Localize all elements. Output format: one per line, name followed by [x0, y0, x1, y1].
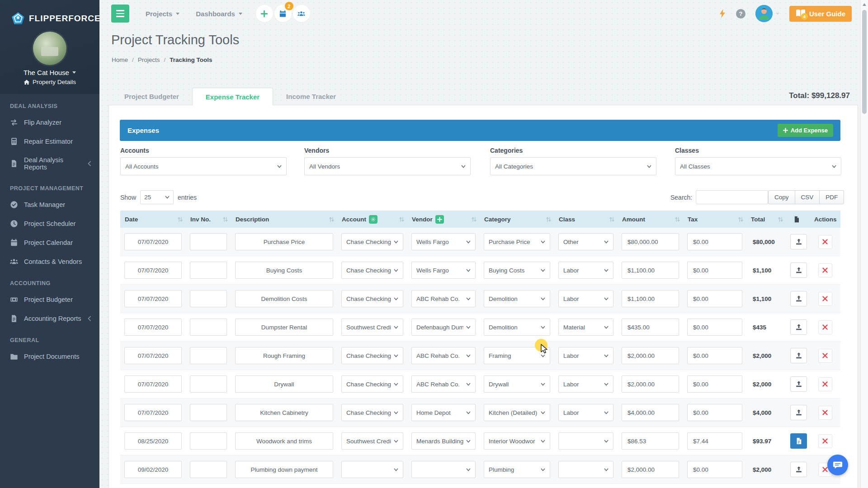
inv-no-input[interactable] — [190, 233, 227, 250]
column-header-tax[interactable]: Tax — [683, 216, 746, 223]
class-select[interactable] — [558, 461, 613, 478]
account-select[interactable]: Chase Checking A — [341, 290, 403, 307]
category-select[interactable]: Demolition — [484, 290, 550, 307]
search-input[interactable] — [696, 190, 768, 204]
category-select[interactable]: Kitchen (Detailed) — [484, 404, 550, 421]
description-input[interactable] — [235, 233, 333, 250]
add-project-button[interactable] — [256, 5, 273, 22]
tax-input[interactable] — [687, 347, 742, 364]
vendor-select[interactable]: ABC Rehab Co. — [411, 375, 476, 393]
csv-export-button[interactable]: CSV — [795, 190, 820, 204]
date-input[interactable] — [124, 347, 182, 364]
upload-receipt-button[interactable] — [790, 376, 807, 392]
sidebar-item-contacts-vendors[interactable]: Contacts & Vendors — [0, 252, 99, 271]
delete-row-button[interactable] — [818, 320, 832, 334]
column-header-date[interactable]: Date — [120, 216, 186, 223]
user-menu-caret[interactable] — [776, 13, 779, 15]
category-select[interactable]: Buying Costs — [484, 262, 550, 279]
date-input[interactable] — [124, 233, 182, 250]
brand-logo[interactable]: FLIPPERFORCE — [0, 12, 99, 25]
vendor-select[interactable]: Wells Fargo — [411, 233, 476, 250]
project-avatar[interactable] — [33, 32, 66, 65]
upload-receipt-button[interactable] — [790, 405, 807, 420]
scrollbar-thumb[interactable] — [862, 10, 867, 114]
sort-icon[interactable] — [329, 216, 335, 222]
description-input[interactable] — [235, 461, 333, 478]
date-input[interactable] — [124, 319, 182, 336]
lightning-icon[interactable] — [719, 9, 726, 18]
sort-icon[interactable] — [675, 216, 680, 222]
attachment-file-button[interactable] — [790, 433, 807, 449]
add-vendor-plus-icon[interactable] — [435, 215, 444, 224]
sidebar-toggle-button[interactable] — [111, 5, 129, 23]
sidebar-item-project-calendar[interactable]: Project Calendar — [0, 233, 99, 252]
property-details-link[interactable]: Property Details — [0, 79, 99, 85]
account-select[interactable]: Chase Checking A — [341, 404, 403, 421]
amount-input[interactable] — [622, 432, 679, 450]
delete-row-button[interactable] — [818, 292, 832, 306]
upload-receipt-button[interactable] — [790, 291, 807, 306]
description-input[interactable] — [235, 262, 333, 279]
upload-receipt-button[interactable] — [790, 234, 807, 249]
tab-project-budgeter[interactable]: Project Budgeter — [111, 88, 192, 105]
date-input[interactable] — [124, 375, 182, 393]
categories-filter-select[interactable]: All Categories — [490, 157, 656, 175]
amount-input[interactable] — [622, 404, 679, 421]
vendor-select[interactable]: Menards Building — [411, 432, 476, 450]
chat-widget-button[interactable] — [827, 455, 848, 475]
class-select[interactable]: Labor — [558, 404, 613, 421]
sidebar-item-flip-analyzer[interactable]: Flip Analyzer — [0, 113, 99, 132]
delete-row-button[interactable] — [818, 377, 832, 391]
sidebar-item-task-manager[interactable]: Task Manager — [0, 195, 99, 214]
amount-input[interactable] — [622, 290, 679, 307]
category-select[interactable]: Drywall — [484, 375, 550, 393]
delete-row-button[interactable] — [818, 434, 832, 448]
column-header-amount[interactable]: Amount — [618, 216, 683, 223]
category-select[interactable]: Purchase Price — [484, 233, 550, 250]
class-select[interactable] — [558, 432, 613, 450]
upload-receipt-button[interactable] — [790, 348, 807, 363]
column-header-category[interactable]: Category — [480, 216, 554, 223]
column-header-class[interactable]: Class — [554, 216, 618, 223]
sort-icon[interactable] — [177, 216, 183, 222]
class-select[interactable]: Labor — [558, 347, 613, 364]
class-select[interactable]: Material — [558, 319, 613, 336]
column-header-account[interactable]: Account — [337, 215, 407, 224]
account-select[interactable]: Chase Checking A — [341, 347, 403, 364]
description-input[interactable] — [235, 319, 333, 336]
copy-export-button[interactable]: Copy — [768, 190, 795, 204]
description-input[interactable] — [235, 375, 333, 393]
contacts-button[interactable] — [293, 5, 310, 22]
sidebar-item-project-documents[interactable]: Project Documents — [0, 347, 99, 366]
delete-row-button[interactable] — [818, 406, 832, 420]
account-select[interactable]: Chase Checking A — [341, 375, 403, 393]
project-selector[interactable]: The Cat House — [0, 69, 99, 76]
inv-no-input[interactable] — [190, 319, 227, 336]
sort-icon[interactable] — [222, 216, 228, 222]
tax-input[interactable] — [687, 233, 742, 250]
tax-input[interactable] — [687, 262, 742, 279]
sort-icon[interactable] — [399, 216, 405, 222]
page-size-select[interactable]: 25 — [140, 190, 174, 204]
vendor-select[interactable]: Wells Fargo — [411, 262, 476, 279]
account-select[interactable] — [341, 461, 403, 478]
date-input[interactable] — [124, 432, 182, 450]
account-select[interactable]: Chase Checking A — [341, 262, 403, 279]
amount-input[interactable] — [622, 375, 679, 393]
sort-icon[interactable] — [471, 216, 477, 222]
amount-input[interactable] — [622, 461, 679, 478]
date-input[interactable] — [124, 262, 182, 279]
tax-input[interactable] — [687, 404, 742, 421]
amount-input[interactable] — [622, 262, 679, 279]
add-expense-button[interactable]: Add Expense — [778, 124, 833, 137]
sidebar-item-project-scheduler[interactable]: Project Scheduler — [0, 214, 99, 233]
accounts-filter-select[interactable]: All Accounts — [120, 157, 287, 175]
sort-icon[interactable] — [546, 216, 552, 222]
tax-input[interactable] — [687, 461, 742, 478]
vendor-select[interactable]: ABC Rehab Co. — [411, 347, 476, 364]
description-input[interactable] — [235, 404, 333, 421]
column-header-vendor[interactable]: Vendor — [407, 215, 480, 224]
inv-no-input[interactable] — [190, 375, 227, 393]
inv-no-input[interactable] — [190, 262, 227, 279]
sort-icon[interactable] — [609, 216, 615, 222]
